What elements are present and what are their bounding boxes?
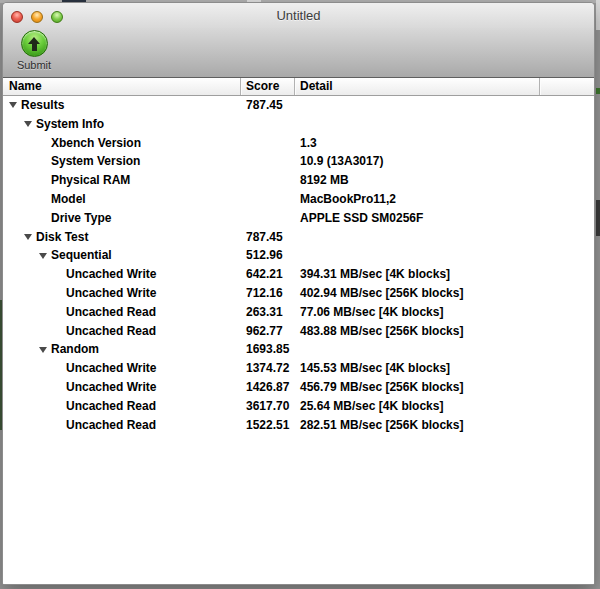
row-detail: 145.53 MB/sec [4K blocks] bbox=[294, 359, 594, 378]
row-name-cell: Uncached Write bbox=[3, 378, 240, 397]
row-score: 1522.51 bbox=[240, 416, 294, 435]
row-name-cell: Uncached Read bbox=[3, 322, 240, 341]
row-score bbox=[240, 209, 294, 228]
row-score: 712.16 bbox=[240, 284, 294, 303]
row-name-cell: Uncached Read bbox=[3, 303, 240, 322]
table-row[interactable]: Uncached Write712.16402.94 MB/sec [256K … bbox=[3, 284, 594, 303]
row-score: 962.77 bbox=[240, 322, 294, 341]
row-name-cell: Results bbox=[3, 96, 240, 115]
table-row[interactable]: Disk Test787.45 bbox=[3, 228, 594, 247]
row-label: Uncached Read bbox=[66, 303, 156, 322]
row-detail: APPLE SSD SM0256F bbox=[294, 209, 594, 228]
submit-upload-icon bbox=[21, 30, 48, 57]
row-name-cell: Disk Test bbox=[3, 228, 240, 247]
disclosure-triangle-icon[interactable] bbox=[39, 347, 47, 353]
column-header-detail[interactable]: Detail bbox=[294, 78, 539, 95]
row-label: Xbench Version bbox=[51, 134, 141, 153]
column-header-score[interactable]: Score bbox=[240, 78, 294, 95]
row-score bbox=[240, 152, 294, 171]
row-name-cell: System Version bbox=[3, 152, 240, 171]
row-label: Uncached Read bbox=[66, 416, 156, 435]
table-header: Name Score Detail bbox=[3, 78, 594, 96]
column-header-filler bbox=[539, 78, 594, 95]
row-score bbox=[240, 190, 294, 209]
row-name-cell: Sequential bbox=[3, 246, 240, 265]
background-window-fragment bbox=[596, 88, 600, 94]
column-header-name[interactable]: Name bbox=[3, 78, 240, 95]
table-row[interactable]: Xbench Version1.3 bbox=[3, 134, 594, 153]
row-detail: 483.88 MB/sec [256K blocks] bbox=[294, 322, 594, 341]
row-detail: 402.94 MB/sec [256K blocks] bbox=[294, 284, 594, 303]
table-row[interactable]: Random1693.85 bbox=[3, 340, 594, 359]
table-row[interactable]: Uncached Read1522.51282.51 MB/sec [256K … bbox=[3, 416, 594, 435]
table-row[interactable]: System Version10.9 (13A3017) bbox=[3, 152, 594, 171]
xbench-results-window: Untitled Submit Name Score Detail Result… bbox=[2, 2, 595, 585]
row-name-cell: Uncached Read bbox=[3, 416, 240, 435]
row-label: Uncached Write bbox=[66, 359, 156, 378]
disclosure-triangle-icon[interactable] bbox=[24, 234, 32, 240]
row-label: Physical RAM bbox=[51, 171, 130, 190]
row-label: Disk Test bbox=[36, 228, 88, 247]
row-label: Results bbox=[21, 96, 64, 115]
submit-button-label: Submit bbox=[17, 59, 51, 71]
table-row[interactable]: Uncached Write1374.72145.53 MB/sec [4K b… bbox=[3, 359, 594, 378]
row-detail: 77.06 MB/sec [4K blocks] bbox=[294, 303, 594, 322]
row-detail bbox=[294, 96, 594, 115]
up-arrow-icon bbox=[28, 37, 40, 44]
row-score bbox=[240, 115, 294, 134]
row-detail bbox=[294, 115, 594, 134]
row-score: 263.31 bbox=[240, 303, 294, 322]
table-row[interactable]: Physical RAM8192 MB bbox=[3, 171, 594, 190]
table-row[interactable]: Uncached Write1426.87456.79 MB/sec [256K… bbox=[3, 378, 594, 397]
row-name-cell: Xbench Version bbox=[3, 134, 240, 153]
row-score: 1693.85 bbox=[240, 340, 294, 359]
row-score: 1374.72 bbox=[240, 359, 294, 378]
row-name-cell: System Info bbox=[3, 115, 240, 134]
row-detail: 25.64 MB/sec [4K blocks] bbox=[294, 397, 594, 416]
table-row[interactable]: Uncached Read263.3177.06 MB/sec [4K bloc… bbox=[3, 303, 594, 322]
row-label: Uncached Read bbox=[66, 397, 156, 416]
disclosure-triangle-icon[interactable] bbox=[39, 253, 47, 259]
row-detail: 1.3 bbox=[294, 134, 594, 153]
table-row[interactable]: ModelMacBookPro11,2 bbox=[3, 190, 594, 209]
window-title: Untitled bbox=[3, 3, 594, 28]
row-detail: 8192 MB bbox=[294, 171, 594, 190]
row-name-cell: Random bbox=[3, 340, 240, 359]
table-row[interactable]: Uncached Read962.77483.88 MB/sec [256K b… bbox=[3, 322, 594, 341]
row-detail bbox=[294, 228, 594, 247]
disclosure-triangle-icon[interactable] bbox=[24, 121, 32, 127]
row-name-cell: Uncached Write bbox=[3, 265, 240, 284]
titlebar[interactable]: Untitled bbox=[3, 3, 594, 28]
row-detail: 282.51 MB/sec [256K blocks] bbox=[294, 416, 594, 435]
disclosure-triangle-icon[interactable] bbox=[9, 102, 17, 108]
row-name-cell: Uncached Write bbox=[3, 284, 240, 303]
row-label: System Version bbox=[51, 152, 140, 171]
table-row[interactable]: Sequential512.96 bbox=[3, 246, 594, 265]
row-score: 642.21 bbox=[240, 265, 294, 284]
row-score: 512.96 bbox=[240, 246, 294, 265]
row-label: System Info bbox=[36, 115, 104, 134]
row-score bbox=[240, 171, 294, 190]
row-detail: 394.31 MB/sec [4K blocks] bbox=[294, 265, 594, 284]
table-row[interactable]: System Info bbox=[3, 115, 594, 134]
table-row[interactable]: Uncached Write642.21394.31 MB/sec [4K bl… bbox=[3, 265, 594, 284]
row-name-cell: Uncached Read bbox=[3, 397, 240, 416]
row-label: Random bbox=[51, 340, 99, 359]
row-detail bbox=[294, 246, 594, 265]
table-row[interactable]: Results787.45 bbox=[3, 96, 594, 115]
table-row[interactable]: Uncached Read3617.7025.64 MB/sec [4K blo… bbox=[3, 397, 594, 416]
submit-button[interactable]: Submit bbox=[12, 30, 56, 71]
row-score: 787.45 bbox=[240, 96, 294, 115]
row-label: Drive Type bbox=[51, 209, 111, 228]
row-score: 3617.70 bbox=[240, 397, 294, 416]
background-window-fragment bbox=[596, 200, 600, 236]
table-body: Results787.45System InfoXbench Version1.… bbox=[3, 96, 594, 585]
background-window-fragment bbox=[596, 0, 600, 30]
row-label: Sequential bbox=[51, 246, 112, 265]
row-detail: 456.79 MB/sec [256K blocks] bbox=[294, 378, 594, 397]
toolbar: Submit bbox=[3, 28, 594, 78]
row-score: 1426.87 bbox=[240, 378, 294, 397]
row-name-cell: Model bbox=[3, 190, 240, 209]
table-row[interactable]: Drive TypeAPPLE SSD SM0256F bbox=[3, 209, 594, 228]
row-label: Uncached Write bbox=[66, 284, 156, 303]
